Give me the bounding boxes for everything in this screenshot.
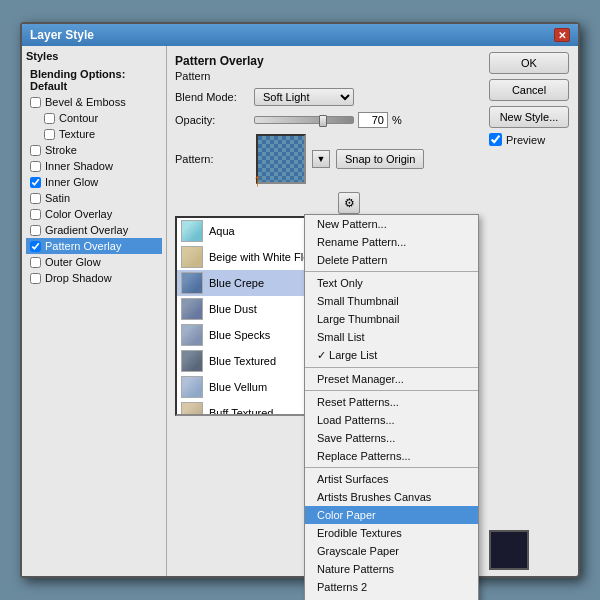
pattern-overlay-item[interactable]: Pattern Overlay — [26, 238, 162, 254]
bevel-emboss-label: Bevel & Emboss — [45, 96, 126, 108]
stroke-item[interactable]: Stroke — [26, 142, 162, 158]
color-overlay-item[interactable]: Color Overlay — [26, 206, 162, 222]
preview-checkbox[interactable] — [489, 133, 502, 146]
satin-item[interactable]: Satin — [26, 190, 162, 206]
ctx-divider-1 — [305, 271, 478, 272]
ctx-grayscale-paper[interactable]: Grayscale Paper — [305, 542, 478, 560]
blue-vellum-label: Blue Vellum — [209, 381, 267, 393]
pattern-overlay-checkbox[interactable] — [30, 241, 41, 252]
blue-dust-label: Blue Dust — [209, 303, 257, 315]
pattern-options-button[interactable]: ▼ — [312, 150, 330, 168]
ctx-rename-pattern[interactable]: Rename Pattern... — [305, 233, 478, 251]
ctx-divider-2 — [305, 367, 478, 368]
gear-button[interactable]: ⚙ — [338, 192, 360, 214]
cancel-button[interactable]: Cancel — [489, 79, 569, 101]
inner-glow-item[interactable]: Inner Glow — [26, 174, 162, 190]
pattern-preview-swatch[interactable] — [256, 134, 306, 184]
ctx-preset-manager[interactable]: Preset Manager... — [305, 370, 478, 388]
blue-textured-label: Blue Textured — [209, 355, 276, 367]
blend-mode-row: Blend Mode: Soft Light — [175, 88, 475, 106]
ctx-replace-patterns[interactable]: Replace Patterns... — [305, 447, 478, 465]
dialog-body: Styles Blending Options: Default Bevel &… — [22, 46, 578, 576]
bevel-emboss-checkbox[interactable] — [30, 97, 41, 108]
ctx-new-pattern[interactable]: New Pattern... — [305, 215, 478, 233]
ctx-artist-surfaces[interactable]: Artist Surfaces — [305, 470, 478, 488]
gradient-overlay-item[interactable]: Gradient Overlay — [26, 222, 162, 238]
blue-vellum-swatch — [181, 376, 203, 398]
blend-mode-label: Blend Mode: — [175, 91, 250, 103]
ok-button[interactable]: OK — [489, 52, 569, 74]
ctx-erodible-textures[interactable]: Erodible Textures — [305, 524, 478, 542]
stroke-label: Stroke — [45, 144, 77, 156]
ctx-nature-patterns[interactable]: Nature Patterns — [305, 560, 478, 578]
aqua-label: Aqua — [209, 225, 235, 237]
inner-shadow-item[interactable]: Inner Shadow — [26, 158, 162, 174]
texture-checkbox[interactable] — [44, 129, 55, 140]
left-panel: Styles Blending Options: Default Bevel &… — [22, 46, 167, 576]
middle-panel: Pattern Overlay Pattern Blend Mode: Soft… — [167, 46, 483, 576]
right-panel: OK Cancel New Style... Preview — [483, 46, 578, 576]
gradient-overlay-checkbox[interactable] — [30, 225, 41, 236]
outer-glow-checkbox[interactable] — [30, 257, 41, 268]
section-subtitle: Pattern — [175, 70, 475, 82]
pattern-overlay-label: Pattern Overlay — [45, 240, 121, 252]
ctx-save-patterns[interactable]: Save Patterns... — [305, 429, 478, 447]
ctx-large-thumbnail[interactable]: Large Thumbnail — [305, 310, 478, 328]
new-style-button[interactable]: New Style... — [489, 106, 569, 128]
blue-textured-swatch — [181, 350, 203, 372]
ctx-text-only[interactable]: Text Only — [305, 274, 478, 292]
styles-header: Styles — [26, 50, 162, 62]
contour-label: Contour — [59, 112, 98, 124]
satin-label: Satin — [45, 192, 70, 204]
preview-label: Preview — [506, 134, 545, 146]
stroke-checkbox[interactable] — [30, 145, 41, 156]
ctx-divider-4 — [305, 467, 478, 468]
bevel-emboss-item[interactable]: Bevel & Emboss — [26, 94, 162, 110]
beige-swatch — [181, 246, 203, 268]
ctx-load-patterns[interactable]: Load Patterns... — [305, 411, 478, 429]
blending-options-item[interactable]: Blending Options: Default — [26, 66, 162, 94]
context-menu: New Pattern... Rename Pattern... Delete … — [304, 214, 479, 600]
drop-shadow-item[interactable]: Drop Shadow — [26, 270, 162, 286]
ctx-reset-patterns[interactable]: Reset Patterns... — [305, 393, 478, 411]
contour-checkbox[interactable] — [44, 113, 55, 124]
pattern-row: Pattern: ▼ Snap to Origin — [175, 134, 475, 184]
blend-mode-select[interactable]: Soft Light — [254, 88, 354, 106]
blue-crepe-swatch — [181, 272, 203, 294]
satin-checkbox[interactable] — [30, 193, 41, 204]
ctx-artists-brushes[interactable]: Artists Brushes Canvas — [305, 488, 478, 506]
inner-glow-label: Inner Glow — [45, 176, 98, 188]
ctx-color-paper[interactable]: Color Paper — [305, 506, 478, 524]
opacity-slider[interactable] — [254, 116, 354, 124]
snap-to-origin-button[interactable]: Snap to Origin — [336, 149, 424, 169]
opacity-label: Opacity: — [175, 114, 250, 126]
contour-item[interactable]: Contour — [26, 110, 162, 126]
inner-glow-checkbox[interactable] — [30, 177, 41, 188]
opacity-input[interactable] — [358, 112, 388, 128]
drop-shadow-checkbox[interactable] — [30, 273, 41, 284]
preview-row: Preview — [489, 133, 572, 146]
scroll-up-arrow[interactable]: ↑ — [253, 170, 262, 191]
texture-item[interactable]: Texture — [26, 126, 162, 142]
ctx-delete-pattern[interactable]: Delete Pattern — [305, 251, 478, 269]
ctx-small-thumbnail[interactable]: Small Thumbnail — [305, 292, 478, 310]
aqua-swatch — [181, 220, 203, 242]
ctx-patterns-2[interactable]: Patterns 2 — [305, 578, 478, 596]
outer-glow-item[interactable]: Outer Glow — [26, 254, 162, 270]
texture-label: Texture — [59, 128, 95, 140]
color-overlay-checkbox[interactable] — [30, 209, 41, 220]
pattern-label: Pattern: — [175, 153, 250, 165]
drop-shadow-label: Drop Shadow — [45, 272, 112, 284]
blue-specks-swatch — [181, 324, 203, 346]
blending-options-label: Blending Options: Default — [30, 68, 158, 92]
opacity-row: Opacity: % — [175, 112, 475, 128]
ctx-divider-3 — [305, 390, 478, 391]
close-button[interactable]: ✕ — [554, 28, 570, 42]
slider-thumb — [319, 115, 327, 127]
ctx-small-list[interactable]: Small List — [305, 328, 478, 346]
ctx-large-list[interactable]: Large List — [305, 346, 478, 365]
layer-style-dialog: Layer Style ✕ Styles Blending Options: D… — [20, 22, 580, 578]
ctx-patterns[interactable]: Patterns — [305, 596, 478, 600]
outer-glow-label: Outer Glow — [45, 256, 101, 268]
inner-shadow-checkbox[interactable] — [30, 161, 41, 172]
